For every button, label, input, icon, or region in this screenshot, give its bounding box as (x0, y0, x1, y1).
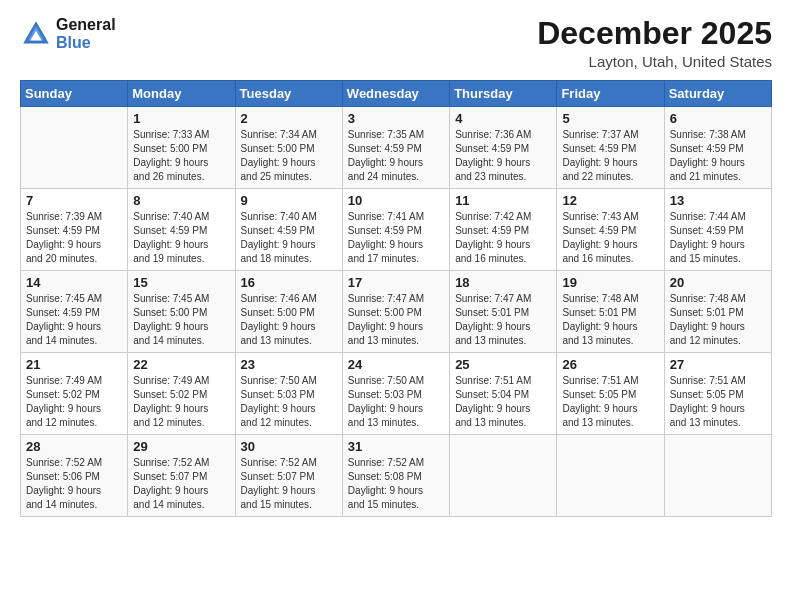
calendar-cell: 16Sunrise: 7:46 AM Sunset: 5:00 PM Dayli… (235, 271, 342, 353)
day-number: 3 (348, 111, 444, 126)
day-number: 4 (455, 111, 551, 126)
day-number: 28 (26, 439, 122, 454)
calendar-cell: 9Sunrise: 7:40 AM Sunset: 4:59 PM Daylig… (235, 189, 342, 271)
day-number: 1 (133, 111, 229, 126)
calendar-cell: 5Sunrise: 7:37 AM Sunset: 4:59 PM Daylig… (557, 107, 664, 189)
day-number: 22 (133, 357, 229, 372)
cell-info: Sunrise: 7:51 AM Sunset: 5:05 PM Dayligh… (670, 374, 766, 430)
cell-info: Sunrise: 7:42 AM Sunset: 4:59 PM Dayligh… (455, 210, 551, 266)
calendar-cell: 25Sunrise: 7:51 AM Sunset: 5:04 PM Dayli… (450, 353, 557, 435)
day-number: 6 (670, 111, 766, 126)
day-number: 14 (26, 275, 122, 290)
calendar-body: 1Sunrise: 7:33 AM Sunset: 5:00 PM Daylig… (21, 107, 772, 517)
weekday-header: Friday (557, 81, 664, 107)
day-number: 26 (562, 357, 658, 372)
cell-info: Sunrise: 7:52 AM Sunset: 5:07 PM Dayligh… (241, 456, 337, 512)
day-number: 18 (455, 275, 551, 290)
day-number: 12 (562, 193, 658, 208)
weekday-header: Monday (128, 81, 235, 107)
calendar-cell: 19Sunrise: 7:48 AM Sunset: 5:01 PM Dayli… (557, 271, 664, 353)
page-container: General Blue December 2025 Layton, Utah,… (0, 0, 792, 527)
weekday-header: Thursday (450, 81, 557, 107)
day-number: 27 (670, 357, 766, 372)
calendar-cell: 24Sunrise: 7:50 AM Sunset: 5:03 PM Dayli… (342, 353, 449, 435)
cell-info: Sunrise: 7:50 AM Sunset: 5:03 PM Dayligh… (241, 374, 337, 430)
day-number: 13 (670, 193, 766, 208)
calendar-cell: 31Sunrise: 7:52 AM Sunset: 5:08 PM Dayli… (342, 435, 449, 517)
month-title: December 2025 (537, 16, 772, 51)
day-number: 23 (241, 357, 337, 372)
cell-info: Sunrise: 7:43 AM Sunset: 4:59 PM Dayligh… (562, 210, 658, 266)
calendar-cell: 21Sunrise: 7:49 AM Sunset: 5:02 PM Dayli… (21, 353, 128, 435)
calendar-cell: 3Sunrise: 7:35 AM Sunset: 4:59 PM Daylig… (342, 107, 449, 189)
day-number: 31 (348, 439, 444, 454)
day-number: 16 (241, 275, 337, 290)
calendar-cell: 30Sunrise: 7:52 AM Sunset: 5:07 PM Dayli… (235, 435, 342, 517)
cell-info: Sunrise: 7:39 AM Sunset: 4:59 PM Dayligh… (26, 210, 122, 266)
cell-info: Sunrise: 7:40 AM Sunset: 4:59 PM Dayligh… (241, 210, 337, 266)
cell-info: Sunrise: 7:49 AM Sunset: 5:02 PM Dayligh… (133, 374, 229, 430)
cell-info: Sunrise: 7:48 AM Sunset: 5:01 PM Dayligh… (670, 292, 766, 348)
weekday-header: Tuesday (235, 81, 342, 107)
header: General Blue December 2025 Layton, Utah,… (20, 16, 772, 70)
calendar-cell: 11Sunrise: 7:42 AM Sunset: 4:59 PM Dayli… (450, 189, 557, 271)
cell-info: Sunrise: 7:45 AM Sunset: 5:00 PM Dayligh… (133, 292, 229, 348)
cell-info: Sunrise: 7:51 AM Sunset: 5:04 PM Dayligh… (455, 374, 551, 430)
weekday-header: Sunday (21, 81, 128, 107)
cell-info: Sunrise: 7:46 AM Sunset: 5:00 PM Dayligh… (241, 292, 337, 348)
calendar-cell: 17Sunrise: 7:47 AM Sunset: 5:00 PM Dayli… (342, 271, 449, 353)
cell-info: Sunrise: 7:48 AM Sunset: 5:01 PM Dayligh… (562, 292, 658, 348)
cell-info: Sunrise: 7:50 AM Sunset: 5:03 PM Dayligh… (348, 374, 444, 430)
calendar-cell (664, 435, 771, 517)
cell-info: Sunrise: 7:41 AM Sunset: 4:59 PM Dayligh… (348, 210, 444, 266)
day-number: 5 (562, 111, 658, 126)
day-number: 15 (133, 275, 229, 290)
day-number: 29 (133, 439, 229, 454)
day-number: 11 (455, 193, 551, 208)
calendar-cell (557, 435, 664, 517)
calendar-cell: 2Sunrise: 7:34 AM Sunset: 5:00 PM Daylig… (235, 107, 342, 189)
calendar-cell: 7Sunrise: 7:39 AM Sunset: 4:59 PM Daylig… (21, 189, 128, 271)
calendar-cell: 23Sunrise: 7:50 AM Sunset: 5:03 PM Dayli… (235, 353, 342, 435)
calendar-cell: 26Sunrise: 7:51 AM Sunset: 5:05 PM Dayli… (557, 353, 664, 435)
cell-info: Sunrise: 7:47 AM Sunset: 5:01 PM Dayligh… (455, 292, 551, 348)
calendar-cell: 8Sunrise: 7:40 AM Sunset: 4:59 PM Daylig… (128, 189, 235, 271)
cell-info: Sunrise: 7:47 AM Sunset: 5:00 PM Dayligh… (348, 292, 444, 348)
calendar-cell: 14Sunrise: 7:45 AM Sunset: 4:59 PM Dayli… (21, 271, 128, 353)
logo-icon (20, 18, 52, 50)
calendar-header: SundayMondayTuesdayWednesdayThursdayFrid… (21, 81, 772, 107)
logo: General Blue (20, 16, 116, 52)
cell-info: Sunrise: 7:45 AM Sunset: 4:59 PM Dayligh… (26, 292, 122, 348)
calendar-cell: 1Sunrise: 7:33 AM Sunset: 5:00 PM Daylig… (128, 107, 235, 189)
cell-info: Sunrise: 7:38 AM Sunset: 4:59 PM Dayligh… (670, 128, 766, 184)
weekday-header: Wednesday (342, 81, 449, 107)
calendar-cell: 22Sunrise: 7:49 AM Sunset: 5:02 PM Dayli… (128, 353, 235, 435)
cell-info: Sunrise: 7:40 AM Sunset: 4:59 PM Dayligh… (133, 210, 229, 266)
cell-info: Sunrise: 7:33 AM Sunset: 5:00 PM Dayligh… (133, 128, 229, 184)
cell-info: Sunrise: 7:52 AM Sunset: 5:07 PM Dayligh… (133, 456, 229, 512)
cell-info: Sunrise: 7:36 AM Sunset: 4:59 PM Dayligh… (455, 128, 551, 184)
day-number: 7 (26, 193, 122, 208)
location: Layton, Utah, United States (537, 53, 772, 70)
calendar-cell: 10Sunrise: 7:41 AM Sunset: 4:59 PM Dayli… (342, 189, 449, 271)
calendar-cell (450, 435, 557, 517)
cell-info: Sunrise: 7:52 AM Sunset: 5:08 PM Dayligh… (348, 456, 444, 512)
calendar-cell (21, 107, 128, 189)
day-number: 21 (26, 357, 122, 372)
day-number: 10 (348, 193, 444, 208)
calendar-cell: 4Sunrise: 7:36 AM Sunset: 4:59 PM Daylig… (450, 107, 557, 189)
calendar-cell: 18Sunrise: 7:47 AM Sunset: 5:01 PM Dayli… (450, 271, 557, 353)
cell-info: Sunrise: 7:52 AM Sunset: 5:06 PM Dayligh… (26, 456, 122, 512)
cell-info: Sunrise: 7:49 AM Sunset: 5:02 PM Dayligh… (26, 374, 122, 430)
day-number: 20 (670, 275, 766, 290)
calendar-cell: 12Sunrise: 7:43 AM Sunset: 4:59 PM Dayli… (557, 189, 664, 271)
cell-info: Sunrise: 7:37 AM Sunset: 4:59 PM Dayligh… (562, 128, 658, 184)
calendar-table: SundayMondayTuesdayWednesdayThursdayFrid… (20, 80, 772, 517)
day-number: 9 (241, 193, 337, 208)
calendar-cell: 15Sunrise: 7:45 AM Sunset: 5:00 PM Dayli… (128, 271, 235, 353)
cell-info: Sunrise: 7:44 AM Sunset: 4:59 PM Dayligh… (670, 210, 766, 266)
calendar-cell: 6Sunrise: 7:38 AM Sunset: 4:59 PM Daylig… (664, 107, 771, 189)
day-number: 8 (133, 193, 229, 208)
calendar-cell: 29Sunrise: 7:52 AM Sunset: 5:07 PM Dayli… (128, 435, 235, 517)
calendar-cell: 28Sunrise: 7:52 AM Sunset: 5:06 PM Dayli… (21, 435, 128, 517)
